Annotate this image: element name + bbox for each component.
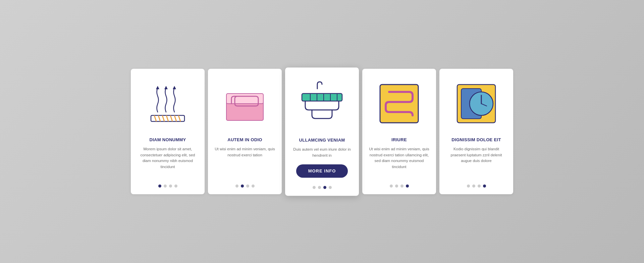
dot	[467, 185, 470, 188]
card-3-text: Duis autem vel eum iriure dolor in hendr…	[291, 147, 353, 159]
svg-marker-9	[164, 86, 168, 89]
panel-heating-icon	[368, 77, 430, 130]
card-2-title: AUTEM IN ODIO	[227, 137, 262, 142]
dot	[478, 185, 481, 188]
cable-heating-icon	[291, 75, 353, 130]
card-3: ULLAMCING VENIAM Duis autem vel eum iriu…	[285, 67, 359, 196]
dot	[390, 185, 393, 188]
card-4-text: Ut wisi enim ad minim veniam, quis nostr…	[368, 146, 430, 177]
dot	[169, 185, 172, 188]
card-4-title: IRIURE	[391, 137, 407, 142]
svg-rect-13	[302, 93, 342, 101]
card-3-title: ULLAMCING VENIAM	[299, 137, 345, 142]
svg-line-5	[170, 115, 172, 121]
card-2: AUTEM IN ODIO Ut wisi enim ad minim veni…	[208, 69, 282, 195]
dot	[174, 185, 177, 188]
svg-marker-10	[173, 86, 176, 89]
svg-line-2	[158, 115, 160, 121]
thermostat-icon	[445, 77, 507, 130]
dot	[252, 185, 255, 188]
dot	[246, 185, 249, 188]
dot	[400, 185, 404, 188]
card-5: DIGNISSIM DOLOE EIT Kodio dignissim qui …	[439, 69, 513, 195]
card-5-text: Kodio dignissim qui blandit praesent lup…	[445, 146, 507, 177]
dot	[241, 185, 244, 188]
dot	[329, 186, 332, 189]
dot	[483, 185, 486, 188]
dot	[164, 185, 167, 188]
card-2-dots	[235, 182, 255, 188]
cards-container: DIAM NONUMMY Morem ipsum dolor sit amet,…	[121, 55, 523, 208]
card-5-dots	[467, 182, 486, 188]
dot	[318, 186, 321, 189]
card-1: DIAM NONUMMY Morem ipsum dolor sit amet,…	[131, 69, 205, 195]
floor-heating-icon	[214, 77, 276, 130]
heat-waves-icon	[137, 77, 199, 130]
dot	[235, 185, 238, 188]
svg-line-6	[174, 115, 176, 121]
svg-line-4	[166, 115, 168, 121]
card-4: IRIURE Ut wisi enim ad minim veniam, qui…	[362, 69, 436, 195]
card-1-text: Morem ipsum dolor sit amet, consectetuer…	[137, 146, 199, 177]
card-4-dots	[390, 182, 409, 188]
svg-line-1	[154, 115, 156, 121]
card-5-title: DIGNISSIM DOLOE EIT	[451, 137, 501, 142]
svg-line-7	[178, 115, 180, 121]
svg-marker-8	[156, 86, 159, 89]
card-2-text: Ut wisi enim ad minim veniam, quis nostr…	[214, 146, 276, 177]
dot	[395, 185, 398, 188]
dot	[323, 186, 326, 189]
svg-line-3	[162, 115, 164, 121]
card-1-dots	[158, 182, 177, 188]
card-3-dots	[313, 183, 332, 189]
dot	[313, 186, 316, 189]
dot	[406, 185, 409, 188]
more-info-button[interactable]: MORE INFO	[296, 164, 348, 177]
card-1-title: DIAM NONUMMY	[149, 137, 186, 142]
dot	[472, 185, 475, 188]
dot	[158, 185, 161, 188]
